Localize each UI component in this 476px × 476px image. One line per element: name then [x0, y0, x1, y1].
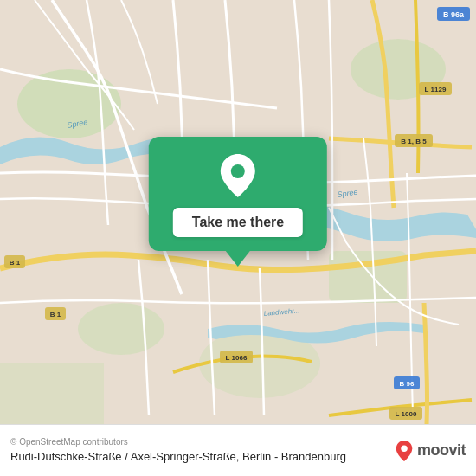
footer-text-container: © OpenStreetMap contributors Rudi-Dutsch…	[10, 437, 386, 464]
location-name-text: Rudi-Dutschke-Straße / Axel-Springer-Str…	[10, 450, 346, 463]
svg-text:B 1: B 1	[10, 259, 21, 267]
moovit-logo: moovit	[395, 440, 466, 462]
attribution-text: © OpenStreetMap contributors	[10, 437, 386, 447]
map-container: B 96a L 1129 B 1, B 5 B 1 B 1 L 1066 B 9…	[0, 0, 476, 424]
svg-point-26	[231, 164, 245, 178]
popup-card: Take me there	[149, 137, 327, 251]
svg-text:L 1129: L 1129	[425, 86, 447, 93]
location-icon-container	[215, 152, 261, 199]
svg-rect-5	[0, 363, 104, 424]
take-me-there-button[interactable]: Take me there	[173, 208, 303, 237]
svg-text:L 1066: L 1066	[226, 354, 248, 362]
svg-point-4	[78, 303, 164, 355]
footer: © OpenStreetMap contributors Rudi-Dutsch…	[0, 424, 476, 476]
moovit-pin-icon	[395, 440, 414, 462]
popup-triangle	[226, 251, 250, 267]
popup-overlay: Take me there	[149, 137, 327, 267]
svg-text:B 1: B 1	[50, 311, 61, 318]
svg-point-27	[401, 445, 407, 451]
svg-text:B 96: B 96	[400, 380, 415, 388]
svg-text:B 96a: B 96a	[443, 10, 465, 19]
svg-text:L 1000: L 1000	[396, 410, 417, 418]
map-pin-icon	[216, 152, 260, 199]
moovit-brand-label: moovit	[417, 441, 466, 460]
svg-text:B 1, B 5: B 1, B 5	[401, 138, 427, 145]
